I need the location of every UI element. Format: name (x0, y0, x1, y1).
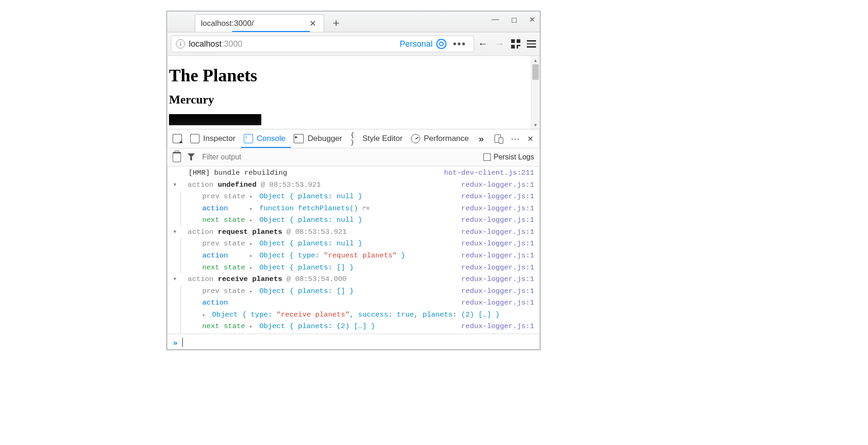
page-subheading: Mercury (169, 93, 538, 107)
log-source-link[interactable]: hot-dev-client.js:211 (444, 167, 534, 179)
minimize-icon[interactable]: — (492, 15, 499, 24)
clear-console-icon[interactable] (173, 152, 181, 162)
menu-icon[interactable] (527, 40, 536, 48)
site-info-icon[interactable]: i (176, 39, 185, 49)
log-source-link[interactable]: redux-logger.js:1 (461, 238, 534, 250)
console-group-header[interactable]: action request planets @ 08:53:53.921 re… (173, 226, 534, 238)
object-repr[interactable]: Object { planets: [] } (259, 287, 354, 295)
forward-icon[interactable]: → (494, 38, 505, 50)
console-row: next state Object { planets: [] } redux-… (173, 262, 534, 274)
scroll-thumb[interactable] (532, 64, 539, 80)
disclosure-closed-icon[interactable] (249, 203, 255, 215)
scroll-up-icon[interactable]: ▴ (531, 56, 540, 64)
disclosure-closed-icon[interactable] (202, 309, 208, 321)
console-group-header[interactable]: action undefined @ 08:53:53.921 redux-lo… (173, 179, 534, 191)
page-heading: The Planets (169, 65, 538, 85)
label: prev state (202, 287, 245, 295)
log-time: @ 08:53:53.921 (256, 181, 321, 189)
object-repr[interactable]: Object { planets: null } (259, 239, 362, 248)
responsive-mode-icon[interactable] (494, 134, 505, 143)
log-source-link[interactable]: redux-logger.js:1 (461, 179, 534, 191)
log-message: [HMR] bundle rebuilding (173, 167, 444, 179)
log-source-link[interactable]: redux-logger.js:1 (461, 286, 534, 298)
console-group-header[interactable]: action receive planets @ 08:53:54.000 re… (173, 274, 534, 286)
console-row: action redux-logger.js:1 (173, 297, 534, 309)
object-repr[interactable]: Object { planets: [] } (259, 263, 354, 272)
tab-console[interactable]: Console (244, 134, 285, 143)
console-row: next state Object { planets: null } redu… (173, 214, 534, 226)
persist-logs-toggle[interactable]: Persist Logs (483, 153, 534, 161)
object-repr[interactable]: Object { planets: null } (259, 216, 362, 224)
devtools-active-indicator (241, 147, 291, 148)
log-source-link[interactable]: redux-logger.js:1 (461, 321, 534, 333)
tab-debugger[interactable]: Debugger (294, 134, 342, 143)
label: action (202, 299, 228, 307)
tab-performance[interactable]: Performance (411, 134, 469, 143)
disclosure-open-icon[interactable] (173, 226, 179, 238)
page-content: The Planets Mercury (167, 56, 540, 125)
tab-inspector[interactable]: Inspector (190, 134, 235, 143)
tab-inspector-label: Inspector (203, 134, 235, 143)
goto-source-icon[interactable]: ↱≡ (362, 205, 370, 212)
browser-tab[interactable]: localhost:3000/ ✕ (195, 14, 324, 32)
object-repr[interactable]: Object { type: (259, 251, 324, 260)
console-row: Object { type: "receive planets", succes… (173, 309, 534, 321)
tab-style-editor-label: Style Editor (362, 134, 403, 143)
vertical-scrollbar[interactable]: ▴ ▾ (531, 56, 540, 129)
window-controls: — ◻ ✕ (492, 15, 535, 24)
console-row: next state Object { planets: (2) […] } r… (173, 321, 534, 333)
overflow-tabs-icon[interactable] (477, 134, 485, 143)
object-repr[interactable]: Object { planets: (2) […] } (259, 322, 375, 330)
disclosure-closed-icon[interactable] (249, 321, 255, 333)
disclosure-closed-icon[interactable] (249, 191, 255, 203)
scroll-down-icon[interactable]: ▾ (531, 121, 540, 129)
console-row: prev state Object { planets: null } redu… (173, 238, 534, 250)
page-actions-icon[interactable]: ••• (450, 38, 469, 50)
console-input-row[interactable]: » (167, 334, 540, 350)
checkbox-icon (483, 153, 491, 161)
container-indicator[interactable]: Personal (400, 39, 446, 49)
disclosure-closed-icon[interactable] (249, 286, 255, 298)
address-bar[interactable]: i localhost:3000 Personal ••• (171, 36, 474, 52)
disclosure-closed-icon[interactable] (249, 262, 255, 274)
tab-title: localhost:3000/ (201, 19, 307, 28)
disclosure-closed-icon[interactable] (249, 214, 255, 226)
planet-image (169, 114, 261, 125)
disclosure-open-icon[interactable] (173, 179, 179, 191)
disclosure-closed-icon[interactable] (249, 250, 255, 262)
string-literal: "receive planets" (277, 311, 350, 319)
close-window-icon[interactable]: ✕ (529, 15, 535, 24)
filter-input[interactable] (201, 152, 477, 162)
new-tab-button[interactable]: ＋ (329, 15, 344, 30)
function-repr[interactable]: function fetchPlanets() (259, 204, 358, 213)
apps-grid-icon[interactable] (511, 39, 520, 49)
disclosure-open-icon[interactable] (173, 274, 179, 286)
label: prev state (202, 239, 245, 248)
element-picker-icon[interactable] (173, 134, 182, 143)
log-source-link[interactable]: redux-logger.js:1 (461, 191, 534, 203)
close-tab-icon[interactable]: ✕ (307, 18, 318, 29)
object-repr: , planets: (2) […] } (414, 311, 500, 319)
devtools-menu-icon[interactable] (511, 134, 519, 143)
tab-style-editor[interactable]: Style Editor (350, 134, 403, 143)
maximize-icon[interactable]: ◻ (511, 15, 517, 24)
object-repr[interactable]: Object { planets: null } (259, 192, 362, 201)
filter-icon[interactable] (187, 153, 195, 161)
console-output[interactable]: [HMR] bundle rebuilding hot-dev-client.j… (167, 166, 540, 334)
toolbar: i localhost:3000 Personal ••• ← → (167, 32, 540, 56)
object-repr[interactable]: Object { type: (212, 311, 277, 319)
log-source-link[interactable]: redux-logger.js:1 (461, 226, 534, 238)
log-source-link[interactable]: redux-logger.js:1 (461, 297, 534, 309)
browser-window: localhost:3000/ ✕ ＋ — ◻ ✕ i localhost:30… (166, 11, 541, 350)
devtools-close-icon[interactable] (526, 134, 534, 143)
log-source-link[interactable]: redux-logger.js:1 (461, 203, 534, 215)
log-source-link[interactable]: redux-logger.js:1 (461, 250, 534, 262)
container-label: Personal (400, 39, 433, 49)
log-source-link[interactable]: redux-logger.js:1 (461, 274, 534, 286)
console-row: action Object { type: "request planets" … (173, 250, 534, 262)
log-source-link[interactable]: redux-logger.js:1 (461, 262, 534, 274)
log-source-link[interactable]: redux-logger.js:1 (461, 214, 534, 226)
back-icon[interactable]: ← (478, 38, 488, 50)
log-time: @ 08:53:54.000 (282, 275, 347, 283)
disclosure-closed-icon[interactable] (249, 238, 255, 250)
